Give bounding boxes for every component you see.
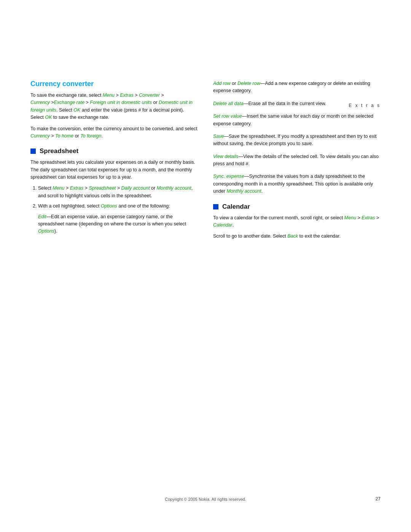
footer: Copyright © 2005 Nokia. All rights reser… xyxy=(0,497,411,502)
right-item-save: Save—Save the spreadsheet. If you modify… xyxy=(213,133,381,148)
footer-copyright: Copyright © 2005 Nokia. All rights reser… xyxy=(165,497,246,502)
cal-end: . xyxy=(233,222,234,228)
cal2-text1: Scroll to go to another date. Select xyxy=(213,233,287,239)
para2-to-foreign: To foreign xyxy=(80,133,101,139)
cal2-back: Back xyxy=(287,233,298,239)
para1-green1: Currency xyxy=(30,100,50,105)
spreadsheet-intro: The spreadsheet lets you calculate your … xyxy=(30,159,198,181)
spreadsheet-item1: Select Menu > Extras > Spreadsheet > Dai… xyxy=(38,185,198,200)
item1-text1: Select xyxy=(38,185,53,191)
cal-text3: > xyxy=(375,215,379,220)
para1-foreign-domestic: Foreign unit in domestic units xyxy=(90,100,152,105)
spreadsheet-blue-square xyxy=(30,149,36,154)
para1-ok1: OK xyxy=(73,107,80,113)
spreadsheet-section: Spreadsheet The spreadsheet lets you cal… xyxy=(30,147,198,235)
para2-text2: > xyxy=(50,133,55,139)
para1-text4: > xyxy=(160,93,164,98)
page-number: 27 xyxy=(376,496,381,502)
deleterow-title: Delete row xyxy=(237,81,260,86)
sync-title: Sync. expense xyxy=(213,174,244,179)
viewdetails-para: View details—View the details of the sel… xyxy=(213,153,381,168)
calendar-title: Calendar xyxy=(222,203,250,211)
spreadsheet-title: Spreadsheet xyxy=(40,147,78,155)
item2-text1: With a cell highlighted, select xyxy=(38,203,101,209)
deleteall-title: Delete all data xyxy=(213,101,244,106)
spreadsheet-header: Spreadsheet xyxy=(30,147,198,155)
cal2-end: to exit the calendar. xyxy=(298,233,341,239)
right-item-sync: Sync. expense—Synchronise the values fro… xyxy=(213,173,381,195)
currency-converter-title: Currency converter xyxy=(30,80,198,88)
right-item-setrow: Set row value—Insert the same value for … xyxy=(213,113,381,128)
para2-text3: or xyxy=(73,133,80,139)
item1-text3: > xyxy=(83,185,89,191)
item1-monthly: Monthly account xyxy=(157,185,191,191)
item1-daily: Daily account xyxy=(121,185,150,191)
para2-to-home: To home xyxy=(55,133,73,139)
para1-exchange-rate: Exchange rate xyxy=(54,100,85,105)
calendar-blue-square xyxy=(213,204,218,209)
currency-converter-section: Currency converter To save the exchange … xyxy=(30,80,198,140)
item1-spreadsheet: Spreadsheet xyxy=(89,185,116,191)
viewdetails-text: —View the details of the selected cell. … xyxy=(213,154,379,166)
calendar-para1: To view a calendar for the current month… xyxy=(213,214,381,229)
item1-menu: Menu xyxy=(53,185,64,191)
cal-calendar: Calendar xyxy=(213,222,233,228)
para2-text1: To make the conversion, enter the curren… xyxy=(30,126,197,131)
addrow-para: Add row or Delete row—Add a new expense … xyxy=(213,80,381,95)
item1-text4: > xyxy=(116,185,121,191)
sync-monthly: Monthly account xyxy=(226,189,261,194)
sub-edit-title: Edit xyxy=(38,214,46,219)
para1-text7: or xyxy=(152,100,159,105)
sub-item-edit: Edit—Edit an expense value, an expense c… xyxy=(38,213,198,235)
right-item-viewdetails: View details—View the details of the sel… xyxy=(213,153,381,168)
para1-extras: Extras xyxy=(120,93,133,98)
para1-text2: > xyxy=(115,93,120,98)
para1-ok2: OK xyxy=(45,115,52,120)
sync-end: . xyxy=(261,189,262,194)
content-layout: Currency converter To save the exchange … xyxy=(30,80,381,244)
save-text: —Save the spreadsheet. If you modify a s… xyxy=(213,134,376,146)
viewdetails-title: View details xyxy=(213,154,238,159)
sub-edit-options: Options xyxy=(38,228,54,234)
item2-text2: and one of the following: xyxy=(117,203,170,209)
spreadsheet-list: Select Menu > Extras > Spreadsheet > Dai… xyxy=(30,185,198,235)
cal-text2: > xyxy=(356,215,362,220)
save-para: Save—Save the spreadsheet. If you modify… xyxy=(213,133,381,148)
spreadsheet-item2: With a cell highlighted, select Options … xyxy=(38,203,198,235)
sub-edit-text: —Edit an expense value, an expense categ… xyxy=(38,214,186,227)
para1-menu: Menu xyxy=(103,93,115,98)
right-item-addrow: Add row or Delete row—Add a new expense … xyxy=(213,80,381,95)
para2-currency: Currency xyxy=(30,133,50,139)
calendar-header: Calendar xyxy=(213,203,381,211)
para1-text6: > xyxy=(84,100,90,105)
addrow-title: Add row xyxy=(213,81,231,86)
cal-menu: Menu xyxy=(344,215,356,220)
para1-text10: to save the exchange rate. xyxy=(52,115,109,120)
save-title: Save xyxy=(213,134,224,139)
sync-para: Sync. expense—Synchronise the values fro… xyxy=(213,173,381,195)
sub-edit-end: ). xyxy=(54,228,57,234)
calendar-para2: Scroll to go to another date. Select Bac… xyxy=(213,233,381,240)
para1-text3: > xyxy=(134,93,139,98)
item1-extras: Extras xyxy=(70,185,83,191)
para2-text4: . xyxy=(101,133,102,139)
item1-text2: > xyxy=(65,185,70,191)
addrow-or: or xyxy=(231,81,237,86)
deleteall-text: —Erase all the data in the current view. xyxy=(244,101,326,106)
page-container: E x t r a s Currency converter To save t… xyxy=(0,0,411,532)
extras-label: E x t r a s xyxy=(349,103,381,108)
left-column: Currency converter To save the exchange … xyxy=(30,80,198,244)
para1-text1: To save the exchange rate, select xyxy=(30,93,103,98)
item1-text5: or xyxy=(150,185,157,191)
currency-converter-para1: To save the exchange rate, select Menu >… xyxy=(30,92,198,121)
cal-text1: To view a calendar for the current month… xyxy=(213,215,344,220)
setrow-para: Set row value—Insert the same value for … xyxy=(213,113,381,128)
para1-text5: > xyxy=(50,100,54,105)
currency-converter-para2: To make the conversion, enter the curren… xyxy=(30,125,198,140)
cal-extras: Extras xyxy=(362,215,375,220)
calendar-section: Calendar To view a calendar for the curr… xyxy=(213,203,381,240)
para1-text8: . Select xyxy=(56,107,73,113)
para1-converter: Converter xyxy=(139,93,160,98)
item2-options: Options xyxy=(101,203,117,209)
setrow-title: Set row value xyxy=(213,113,242,119)
